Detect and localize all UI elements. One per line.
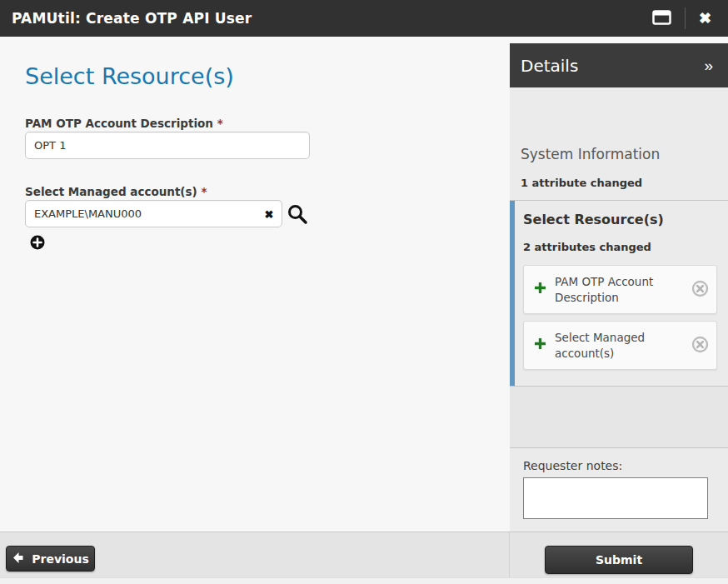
remove-attribute-button[interactable] — [691, 336, 709, 356]
horizontal-scrollbar-track[interactable] — [0, 577, 728, 584]
field-label-select-managed-accounts: Select Managed account(s) * — [25, 185, 207, 198]
close-button[interactable]: ✖ — [696, 9, 715, 27]
collapse-panel-button[interactable]: » — [704, 57, 713, 73]
details-title: Details — [521, 56, 578, 76]
window-title: PAMUtil: Create OTP API User — [12, 10, 252, 27]
requester-notes-section: Requester notes: — [510, 448, 728, 532]
required-asterisk: * — [217, 117, 223, 130]
attributes-changed-count: 1 attribute changed — [521, 177, 642, 189]
details-header: Details » — [510, 43, 728, 87]
attribute-label: Select Managed account(s) — [555, 330, 682, 362]
search-button[interactable] — [287, 203, 308, 225]
changed-attribute-pam-otp-account-description[interactable]: PAM OTP Account Description — [523, 265, 717, 314]
plus-circle-icon — [30, 240, 45, 252]
remove-circle-icon — [691, 336, 709, 356]
submit-button[interactable]: Submit — [545, 546, 693, 574]
section-title: Select Resource(s) — [523, 212, 664, 227]
window: PAMUtil: Create OTP API User ✖ Select Re… — [0, 0, 728, 584]
footer-divider — [509, 532, 510, 577]
changed-attribute-select-managed-accounts[interactable]: Select Managed account(s) — [523, 321, 717, 370]
sidebar-section-system-information: System Information 1 attribute changed S… — [510, 87, 728, 200]
page-title: Select Resource(s) — [25, 63, 234, 89]
plus-icon — [535, 337, 546, 353]
clear-icon: ✖ — [265, 208, 274, 221]
add-account-button[interactable] — [30, 235, 45, 250]
clear-input-button[interactable]: ✖ — [260, 206, 278, 222]
footer-bar: Previous Submit — [0, 532, 728, 577]
details-panel: Details » System Information 1 attribute… — [510, 37, 728, 532]
required-asterisk: * — [201, 185, 207, 198]
previous-label: Previous — [32, 552, 89, 566]
maximize-button[interactable] — [649, 8, 675, 29]
window-controls: ✖ — [649, 7, 715, 29]
sidebar-section-select-resources: Select Resource(s) 2 attributes changed … — [510, 201, 728, 386]
requester-notes-label: Requester notes: — [523, 459, 622, 472]
close-icon: ✖ — [699, 11, 711, 26]
search-icon — [287, 215, 308, 227]
submit-label: Submit — [596, 553, 642, 567]
previous-button[interactable]: Previous — [6, 546, 95, 572]
attribute-label: PAM OTP Account Description — [555, 274, 682, 306]
managed-accounts-input[interactable] — [25, 200, 282, 227]
titlebar-divider — [685, 7, 686, 29]
attributes-changed-count: 2 attributes changed — [523, 241, 651, 253]
remove-attribute-button[interactable] — [691, 280, 709, 300]
requester-notes-input[interactable] — [523, 477, 708, 519]
maximize-icon — [652, 10, 671, 27]
titlebar: PAMUtil: Create OTP API User ✖ — [0, 0, 728, 37]
plus-icon — [535, 282, 546, 297]
arrow-left-icon — [12, 552, 24, 567]
field-label-pam-otp-account-description: PAM OTP Account Description * — [25, 117, 223, 130]
chevron-double-right-icon: » — [704, 57, 713, 74]
pam-otp-account-description-input[interactable] — [25, 132, 310, 159]
main-panel: Select Resource(s) PAM OTP Account Descr… — [0, 37, 510, 532]
section-title: System Information — [521, 146, 660, 162]
remove-circle-icon — [691, 280, 709, 300]
sidebar-section-empty — [510, 387, 728, 447]
